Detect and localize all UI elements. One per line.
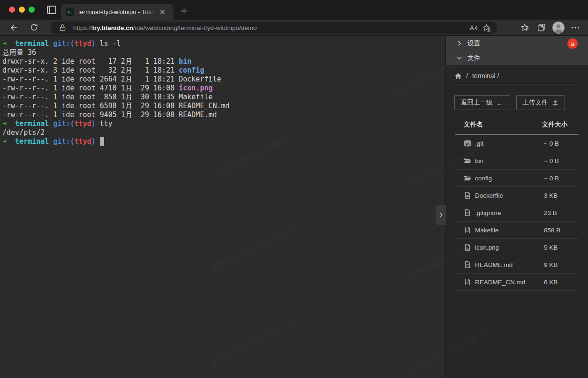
file-name: README.md	[475, 261, 544, 268]
terminal-line: -rw-r--r--. 1 ide root 9405 1月 29 16:08 …	[2, 111, 445, 119]
file-row[interactable]: bin~ 0 B	[455, 152, 579, 170]
file-size: ~ 0 B	[544, 140, 579, 147]
file-icon	[464, 192, 471, 199]
file-icon	[464, 278, 471, 286]
close-window-button[interactable]	[9, 7, 15, 13]
url-text: https://try.titanide.cn/ide/web/coding/t…	[73, 24, 468, 31]
file-row[interactable]: .gitignore23 B	[455, 204, 579, 222]
file-size: 9 KB	[544, 261, 579, 268]
browser-tab[interactable]: >_ terminal-ttyd-wlotnipo - TitanI	[61, 4, 173, 20]
terminal-favicon-icon: >_	[66, 7, 74, 16]
file-size: 23 B	[544, 209, 579, 216]
new-tab-button[interactable]	[179, 6, 188, 15]
files-label: 文件	[467, 54, 480, 62]
favorites-star-icon[interactable]	[519, 22, 531, 34]
file-row[interactable]: config~ 0 B	[455, 170, 579, 187]
sidebar-header: 设置 a 文件	[446, 36, 588, 65]
upload-file-button[interactable]: 上传文件	[516, 95, 565, 110]
breadcrumb-divider	[454, 84, 579, 84]
arrow-left-icon: ←	[497, 99, 504, 106]
tab-panes-icon[interactable]	[47, 6, 56, 14]
file-size: 5 KB	[544, 244, 579, 251]
collections-icon[interactable]	[535, 22, 548, 34]
terminal-line: -rw-r--r--. 1 ide root 858 1月 30 18:35 M…	[2, 93, 445, 102]
file-row[interactable]: git.git~ 0 B	[455, 135, 579, 152]
svg-text:git: git	[466, 142, 470, 146]
file-row[interactable]: README_CN.md6 KB	[455, 274, 579, 291]
file-size: ~ 0 B	[544, 157, 579, 164]
breadcrumb: / terminal /	[454, 72, 579, 80]
folder-icon	[464, 174, 471, 182]
file-table-body: git.git~ 0 Bbin~ 0 Bconfig~ 0 BDockerfil…	[455, 135, 579, 291]
terminal-line: -rw-r--r--. 1 ide root 6598 1月 29 16:08 …	[2, 102, 445, 111]
traffic-lights	[9, 7, 35, 13]
terminal[interactable]: ➜ terminal git:(ttyd) ls -l总用量 36drwxr-s…	[0, 36, 445, 378]
url-host: try.titanide.cn	[92, 24, 134, 31]
folder-icon	[464, 157, 471, 164]
file-name: README_CN.md	[475, 279, 544, 286]
svg-text:A: A	[470, 24, 474, 31]
file-sidebar: 设置 a 文件 / terminal / 返回上一级 ← 上传文件	[445, 36, 588, 378]
home-icon[interactable]	[454, 73, 462, 80]
file-table-header: 文件名 文件大小	[455, 120, 579, 134]
chevron-down-icon	[456, 55, 462, 61]
user-badge[interactable]: a	[567, 38, 578, 49]
file-name: .gitignore	[475, 209, 544, 216]
terminal-line: drwxr-sr-x. 2 ide root 17 2月 1 18:21 bin	[2, 57, 445, 66]
terminal-line: -rw-r--r--. 1 ide root 4710 1月 29 16:08 …	[2, 84, 445, 93]
terminal-line: ➜ terminal git:(ttyd)	[2, 137, 445, 146]
terminal-line: ➜ terminal git:(ttyd) tty	[2, 119, 445, 128]
tab-close-icon[interactable]	[158, 7, 166, 16]
file-name: config	[475, 175, 544, 182]
file-icon	[464, 226, 471, 234]
chevron-right-icon	[456, 41, 462, 46]
profile-avatar[interactable]	[552, 22, 565, 34]
back-icon[interactable]	[8, 22, 19, 33]
read-aloud-icon[interactable]: A	[468, 22, 480, 33]
file-size: 6 KB	[544, 279, 579, 286]
git-icon: git	[464, 140, 471, 147]
file-size: ~ 0 B	[544, 175, 579, 182]
breadcrumb-separator: /	[466, 72, 468, 80]
sidebar-collapse-handle[interactable]	[436, 205, 446, 225]
file-actions: 返回上一级 ← 上传文件	[454, 95, 579, 110]
back-parent-button[interactable]: 返回上一级 ←	[454, 95, 510, 110]
more-menu-icon[interactable]	[569, 22, 581, 34]
browser-toolbar: https://try.titanide.cn/ide/web/coding/t…	[0, 20, 588, 36]
toolbar-right-icons	[519, 20, 581, 36]
lock-icon[interactable]	[56, 22, 68, 33]
file-table: 文件名 文件大小 git.git~ 0 Bbin~ 0 Bconfig~ 0 B…	[455, 120, 579, 291]
column-file-size: 文件大小	[542, 120, 579, 129]
column-file-name: 文件名	[464, 120, 542, 129]
terminal-line: -rw-r--r--. 1 ide root 2664 2月 1 18:21 D…	[2, 75, 445, 84]
settings-label: 设置	[467, 39, 480, 48]
sidebar-item-files[interactable]: 文件	[446, 51, 588, 65]
terminal-line: drwxr-sr-x. 3 ide root 32 2月 1 18:21 con…	[2, 66, 445, 75]
zoom-window-button[interactable]	[29, 7, 35, 13]
terminal-output: ➜ terminal git:(ttyd) ls -l总用量 36drwxr-s…	[0, 36, 445, 146]
url-bar[interactable]: https://try.titanide.cn/ide/web/coding/t…	[51, 22, 497, 34]
url-scheme: https://	[73, 24, 92, 31]
add-favorite-star-icon[interactable]	[480, 22, 492, 33]
file-name: bin	[475, 157, 544, 164]
file-name: Dockerfile	[475, 192, 544, 199]
sidebar-item-settings[interactable]: 设置 a	[446, 36, 588, 51]
file-size: 3 KB	[544, 192, 579, 199]
file-row[interactable]: icon.png5 KB	[455, 239, 579, 256]
file-name: Makefile	[475, 227, 544, 234]
breadcrumb-path[interactable]: terminal /	[472, 72, 499, 80]
url-path: /ide/web/coding/terminal-ttyd-wlotnipo/d…	[133, 24, 256, 31]
file-size: 858 B	[544, 227, 579, 234]
file-row[interactable]: README.md9 KB	[455, 256, 579, 274]
file-name: icon.png	[475, 244, 544, 251]
image-icon	[464, 244, 471, 251]
terminal-line: 总用量 36	[2, 48, 445, 57]
file-name: .git	[475, 140, 544, 147]
terminal-line: /dev/pts/2	[2, 128, 445, 137]
file-row[interactable]: Makefile858 B	[455, 222, 579, 239]
reload-icon[interactable]	[28, 22, 39, 33]
file-row[interactable]: Dockerfile3 KB	[455, 187, 579, 204]
minimize-window-button[interactable]	[19, 7, 25, 13]
terminal-line: ➜ terminal git:(ttyd) ls -l	[2, 39, 445, 48]
tab-title: terminal-ttyd-wlotnipo - TitanI	[78, 8, 157, 15]
